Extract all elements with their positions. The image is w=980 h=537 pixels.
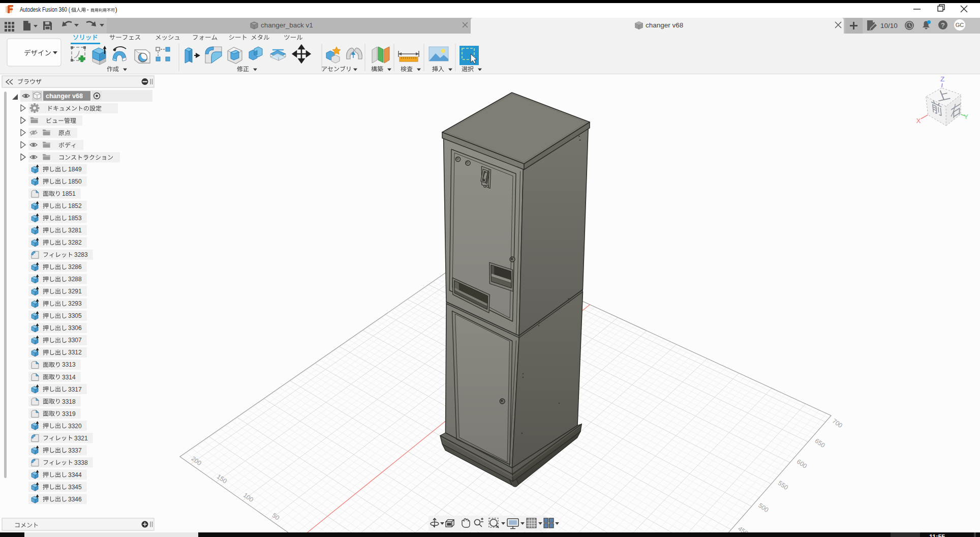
svg-text:1852: 1852	[68, 202, 82, 210]
svg-text:3293: 3293	[68, 300, 82, 307]
svg-text:3283: 3283	[74, 251, 88, 258]
svg-text:3305: 3305	[68, 312, 82, 319]
svg-text:3306: 3306	[68, 324, 82, 332]
svg-text:-: -	[87, 6, 89, 13]
svg-text:3317: 3317	[68, 386, 82, 393]
svg-text:3321: 3321	[74, 435, 88, 442]
svg-text:3286: 3286	[68, 263, 82, 271]
svg-text:10/10: 10/10	[880, 22, 898, 29]
svg-text:1851: 1851	[62, 190, 76, 197]
svg-text:Z: Z	[940, 75, 944, 83]
svg-text:1849: 1849	[68, 166, 82, 173]
svg-text:1853: 1853	[68, 215, 82, 222]
svg-text:3345: 3345	[68, 484, 82, 491]
svg-text:3282: 3282	[68, 239, 82, 246]
svg-text:Y: Y	[964, 113, 968, 121]
svg-text:changer v68: changer v68	[646, 21, 683, 29]
svg-text:11:55: 11:55	[929, 533, 945, 537]
svg-text:3318: 3318	[62, 398, 76, 405]
svg-text:3291: 3291	[68, 288, 82, 295]
svg-text:3312: 3312	[68, 349, 82, 356]
svg-text:X: X	[916, 117, 921, 125]
svg-text:Autodesk Fusion 360 (: Autodesk Fusion 360 (	[20, 6, 71, 13]
svg-text:3338: 3338	[74, 459, 88, 466]
svg-text:): )	[115, 6, 117, 13]
svg-text:3337: 3337	[68, 447, 82, 454]
svg-text:3281: 3281	[68, 227, 82, 234]
svg-text:changer v68: changer v68	[46, 93, 83, 100]
svg-text:3346: 3346	[68, 496, 82, 503]
svg-text:GC: GC	[956, 22, 964, 28]
svg-text:3313: 3313	[62, 361, 76, 368]
svg-text:?: ?	[941, 21, 945, 29]
svg-text:3320: 3320	[68, 423, 82, 430]
svg-text:3314: 3314	[62, 374, 76, 381]
svg-text:3307: 3307	[68, 337, 82, 344]
svg-text:3288: 3288	[68, 276, 82, 283]
svg-text:changer_back v1: changer_back v1	[261, 21, 313, 29]
svg-text:3344: 3344	[68, 471, 82, 479]
svg-text:1850: 1850	[68, 178, 82, 185]
svg-text:3319: 3319	[62, 410, 76, 417]
